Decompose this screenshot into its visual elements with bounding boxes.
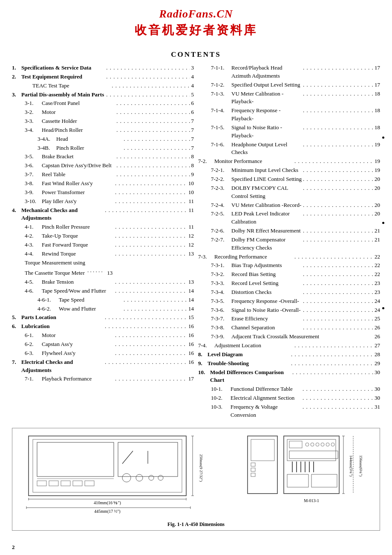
toc-label-7-2-3: DOLBY FM/COPY CALControl Setting [231, 184, 302, 200]
toc-page-10-1: 30 [375, 385, 380, 393]
toc-num-8: 8. [198, 351, 208, 359]
toc-label-3: Partial Dis-assembly of Main Parts [21, 91, 105, 99]
toc-dots-7-3-8 [303, 324, 373, 332]
toc-label-7: Electrical Checks and Adjustments [21, 358, 104, 375]
toc-dots-4 [105, 206, 187, 215]
toc-dots-6 [105, 323, 187, 331]
toc-item-4-4: 4-4. Rewind Torque 13 [12, 250, 194, 258]
toc-label-7-3-6: Signal to Noise Ratio -Overall- [231, 306, 302, 314]
toc-item-7-1-4: 7-1-4. Frequency Response -Playback- 18 [198, 107, 380, 123]
toc-dots-7-1 [115, 375, 187, 383]
toc-label-7-3-4: Distortion Checks [231, 288, 302, 296]
toc-label-4-torque: Torque Measurement usingThe Cassette Tor… [25, 259, 85, 276]
toc-sub-7-2-4: 7-2-4. [211, 201, 231, 209]
svg-rect-6 [61, 481, 70, 486]
toc-item-4-6-1: 4-6-1. Tape Speed 14 [12, 296, 194, 304]
toc-sub-7-2-6: 7-2-6. [211, 227, 231, 235]
toc-page-4-6-2: 14 [188, 305, 194, 313]
toc-page-3-7: 9 [191, 171, 194, 179]
toc-page-7-3-6: 24 [375, 306, 380, 314]
toc-item-7-3-6: 7-3-6. Signal to Noise Ratio -Overall- 2… [198, 306, 380, 314]
toc-num-7: 7. [12, 358, 21, 366]
toc-page-3-3: 7 [191, 117, 194, 125]
toc-sub-3-4b: 3-4B. [37, 144, 56, 152]
toc-sub-4-3: 4-3. [25, 241, 42, 249]
svg-rect-30 [251, 463, 255, 466]
toc-page-6: 16 [188, 323, 194, 331]
toc-item-5: 5. Parts Location 15 [12, 314, 194, 322]
toc-label-3-10: Play Idler Ass'y [42, 198, 114, 206]
toc-label-3-4b: Pinch Roller [56, 144, 122, 152]
toc-page-3-10: 11 [188, 198, 194, 206]
toc-label-4-4: Rewind Torque [42, 250, 114, 258]
toc-sub-7-2-2: 7-2-2. [211, 175, 231, 183]
toc-page-7-2-4: 20 [375, 201, 380, 209]
toc-page-7: 16 [188, 358, 194, 366]
svg-rect-7 [73, 481, 82, 486]
toc-label-7-4: Adjustment Location [214, 342, 293, 350]
toc-label-2-teac: TEAC Test Tape [32, 82, 110, 90]
toc-sub-7-4: 7-4. [198, 342, 214, 350]
svg-rect-31 [251, 468, 255, 471]
toc-page-2-teac: 4 [191, 82, 194, 90]
toc-label-7-3-7: Erase Efficiency [231, 315, 302, 323]
bottom-diagram: 410mm(16 ⅓") 445mm(17 ½") 250mm(9 27/32"… [12, 428, 380, 531]
svg-rect-5 [49, 481, 58, 486]
toc-sub-4-6-1: 4-6-1. [37, 296, 59, 304]
toc-label-4-5: Brake Tension [42, 278, 114, 286]
svg-rect-4 [37, 481, 46, 486]
svg-point-41 [331, 443, 334, 446]
toc-item-7-4: 7-4. Adjustment Location 27 [198, 342, 380, 350]
toc-page-3-2: 6 [191, 108, 194, 116]
toc-num-9: 9. [198, 360, 208, 368]
toc-dots-10 [292, 369, 373, 377]
toc-dots-7-1-6 [303, 141, 373, 149]
toc-item-3-6: 3-6. Capstan Drive Ass'y/Drive Belt 8 [12, 162, 194, 170]
toc-left: 1. Specifications & Service Data 3 2. Te… [12, 64, 194, 420]
toc-label-5: Parts Location [21, 314, 104, 322]
toc-page-7-1-1: 17 [375, 64, 380, 72]
toc-page-7-3-5: 24 [375, 297, 380, 305]
toc-item-7-2-5: 7-2-5. LED Peak Level IndicatorCalibrati… [198, 210, 380, 226]
toc-sub-4-6-2: 4-6-2. [37, 305, 59, 313]
toc-sub-4-4: 4-4. [25, 250, 42, 258]
toc-page-2: 4 [191, 73, 194, 81]
toc-sub-3-3: 3-3. [25, 117, 42, 125]
toc-dots-7-2-6 [303, 227, 373, 235]
toc-item-9: 9. Trouble-Shooting 29 [198, 360, 380, 368]
toc-label-7-3: Recording Performance [214, 253, 293, 261]
toc-dots-7-3-7 [303, 315, 373, 323]
diagram-right: 144mm(5¹⁄₈") 156mm(6¹⁄₈") M-013-1 [213, 432, 375, 519]
toc-page-7-3-1: 22 [375, 262, 380, 270]
toc-dots-7-2-1 [303, 166, 373, 174]
toc-sub-7-3-8: 7-3-8. [211, 324, 231, 332]
toc-label-7-1-2: Specified Output Level Setting [231, 81, 302, 89]
svg-rect-0 [29, 436, 186, 496]
toc-num-5: 5. [12, 314, 21, 322]
page-number: 2 [12, 544, 15, 551]
toc-sub-6-1: 6-1. [25, 331, 42, 340]
toc-item-7: 7. Electrical Checks and Adjustments 16 [12, 358, 194, 375]
toc-dots-7-3-2 [303, 270, 373, 279]
toc-dots-3-5 [116, 153, 190, 161]
svg-rect-2 [37, 442, 114, 477]
svg-text:445mm(17 ½"): 445mm(17 ½") [94, 509, 120, 514]
toc-item-8: 8. Level Diagram 28 [198, 351, 380, 359]
toc-dots-7-2-2 [303, 175, 373, 183]
toc-page-7-2-2: 20 [375, 175, 380, 183]
toc-item-7-2-6: 7-2-6. Dolby NR Effect Measurement 21 [198, 227, 380, 235]
toc-dots-7-1-5 [303, 124, 373, 132]
toc-label-3-1: Case/Front Panel [42, 99, 115, 108]
svg-rect-8 [85, 481, 94, 486]
toc-page-3-1: 6 [191, 99, 194, 108]
toc-dots-10-3 [303, 403, 373, 411]
toc-dots-4-6 [115, 287, 187, 295]
toc-sub-10-1: 10-1. [211, 385, 231, 393]
toc-page-3-9: 10 [188, 189, 194, 197]
toc-item-2-teac: TEAC Test Tape 4 [12, 82, 194, 90]
toc-label-7-3-3: Record Level Setting [231, 279, 302, 288]
toc-dots-7-3-1 [303, 262, 373, 270]
right-dot-2 [382, 222, 384, 224]
toc-label-7-3-2: Record Bias Setting [231, 270, 302, 279]
toc-item-7-2-3: 7-2-3. DOLBY FM/COPY CALControl Setting … [198, 184, 380, 200]
